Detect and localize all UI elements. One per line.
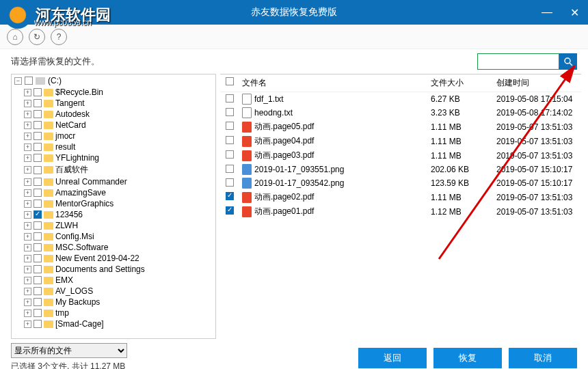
tree-item[interactable]: +Documents and Settings (12, 264, 215, 275)
tree-item[interactable]: +My Backups (12, 297, 215, 308)
recover-button[interactable]: 恢复 (433, 348, 502, 368)
file-row[interactable]: 动画.page03.pdf1.11 MB2019-05-07 13:51:03 (220, 148, 581, 163)
file-row[interactable]: 动画.page01.pdf1.12 MB2019-05-07 13:51:03 (220, 204, 581, 219)
search-input[interactable] (477, 53, 559, 70)
file-checkbox[interactable] (226, 178, 234, 187)
expand-icon[interactable]: + (24, 133, 31, 140)
tree-checkbox[interactable] (34, 121, 42, 129)
expand-icon[interactable]: + (24, 122, 31, 129)
file-checkbox[interactable] (226, 206, 234, 215)
tree-item[interactable]: +New Event 2019-04-22 (12, 253, 215, 264)
tree-checkbox[interactable] (34, 276, 42, 284)
expand-icon[interactable]: + (24, 89, 31, 96)
tree-item[interactable]: +jmocr (12, 131, 215, 141)
col-name[interactable]: 文件名 (242, 77, 431, 89)
file-row[interactable]: 动画.page04.pdf1.11 MB2019-05-07 13:51:03 (220, 134, 581, 148)
search-button[interactable] (559, 53, 577, 70)
file-checkbox[interactable] (226, 150, 234, 159)
col-time[interactable]: 创建时间 (496, 77, 581, 89)
tree-checkbox[interactable] (34, 265, 42, 273)
tree-checkbox[interactable] (34, 189, 42, 197)
file-row[interactable]: 2019-01-17_093542.png123.59 KB2019-05-07… (220, 176, 581, 190)
file-row[interactable]: fdf_1.txt6.27 KB2019-05-08 17:15:04 (220, 92, 581, 106)
tree-checkbox[interactable] (34, 154, 42, 162)
expand-icon[interactable]: + (24, 277, 31, 284)
tree-item[interactable]: +Tangent (12, 98, 215, 109)
tree-checkbox[interactable] (34, 178, 42, 186)
expand-icon[interactable]: + (24, 288, 31, 295)
file-checkbox[interactable] (226, 108, 234, 116)
file-row[interactable]: 动画.page02.pdf1.11 MB2019-05-07 13:51:03 (220, 190, 581, 204)
expand-icon[interactable]: + (24, 222, 31, 230)
tree-checkbox[interactable] (34, 320, 42, 328)
file-row[interactable]: 动画.page05.pdf1.11 MB2019-05-07 13:51:03 (220, 120, 581, 134)
file-row[interactable]: 2019-01-17_093551.png202.06 KB2019-05-07… (220, 163, 581, 176)
tree-checkbox[interactable] (34, 88, 42, 96)
tree-item[interactable]: +EMX (12, 275, 215, 286)
expand-icon[interactable]: + (24, 144, 31, 151)
back-button[interactable]: 返回 (358, 348, 427, 368)
tree-item[interactable]: +Autodesk (12, 109, 215, 120)
expand-icon[interactable]: − (14, 77, 22, 85)
filter-select[interactable]: 显示所有的文件 (11, 343, 127, 358)
tree-checkbox[interactable] (34, 143, 42, 151)
file-checkbox[interactable] (226, 136, 234, 144)
tree-item[interactable]: +Config.Msi (12, 231, 215, 242)
expand-icon[interactable]: + (24, 320, 31, 328)
tree-checkbox[interactable] (34, 221, 42, 230)
tree-item[interactable]: +YFLightning (12, 152, 215, 163)
tree-item[interactable]: +Unreal Commander (12, 176, 215, 187)
tree-checkbox[interactable] (34, 110, 42, 118)
file-row[interactable]: heodng.txt3.23 KB2019-05-08 17:14:02 (220, 106, 581, 120)
tree-checkbox[interactable] (34, 210, 42, 219)
tree-checkbox[interactable] (34, 254, 42, 262)
expand-icon[interactable]: + (24, 310, 31, 317)
file-checkbox[interactable] (226, 192, 234, 200)
expand-icon[interactable]: + (24, 189, 31, 197)
tree-item[interactable]: +NetCard (12, 120, 215, 131)
tree-checkbox[interactable] (34, 232, 42, 241)
file-checkbox[interactable] (226, 94, 234, 102)
tree-item[interactable]: +ZLWH (12, 220, 215, 231)
tree-checkbox[interactable] (34, 287, 42, 295)
close-button[interactable]: ✕ (561, 0, 588, 25)
toolbar-help-button[interactable]: ? (51, 29, 67, 45)
file-checkbox[interactable] (226, 122, 234, 130)
tree-item[interactable]: +AV_LOGS (12, 286, 215, 297)
tree-item[interactable]: +MentorGraphics (12, 198, 215, 209)
minimize-button[interactable]: — (533, 0, 561, 25)
tree-checkbox[interactable] (34, 309, 42, 317)
tree-item[interactable]: +result (12, 141, 215, 152)
expand-icon[interactable]: + (24, 299, 31, 306)
expand-icon[interactable]: + (24, 233, 31, 241)
expand-icon[interactable]: + (24, 200, 31, 208)
expand-icon[interactable]: + (24, 111, 31, 118)
expand-icon[interactable]: + (24, 255, 31, 262)
tree-item[interactable]: +tmp (12, 308, 215, 318)
cancel-button[interactable]: 取消 (509, 348, 577, 368)
tree-item[interactable]: +百威软件 (12, 163, 215, 176)
select-all-checkbox[interactable] (226, 77, 234, 85)
tree-item[interactable]: +123456 (12, 209, 215, 220)
expand-icon[interactable]: + (24, 266, 31, 273)
expand-icon[interactable]: + (24, 178, 31, 186)
tree-checkbox[interactable] (25, 77, 33, 85)
tree-item[interactable]: +MSC.Software (12, 242, 215, 253)
col-size[interactable]: 文件大小 (431, 77, 496, 89)
expand-icon[interactable]: + (24, 211, 31, 219)
expand-icon[interactable]: + (24, 244, 31, 251)
folder-tree[interactable]: − (C:) +$Recycle.Bin+Tangent+Autodesk+Ne… (11, 74, 216, 339)
tree-item[interactable]: +$Recycle.Bin (12, 87, 215, 98)
tree-checkbox[interactable] (34, 166, 42, 174)
toolbar-refresh-button[interactable]: ↻ (29, 29, 45, 45)
file-checkbox[interactable] (226, 165, 234, 173)
toolbar-home-button[interactable]: ⌂ (7, 29, 23, 45)
tree-item[interactable]: +AmazingSave (12, 187, 215, 198)
tree-checkbox[interactable] (34, 298, 42, 306)
expand-icon[interactable]: + (24, 100, 31, 107)
tree-checkbox[interactable] (34, 243, 42, 251)
tree-item[interactable]: +[Smad-Cage] (12, 318, 215, 329)
expand-icon[interactable]: + (24, 154, 31, 162)
tree-root[interactable]: − (C:) (12, 74, 215, 87)
tree-checkbox[interactable] (34, 132, 42, 140)
